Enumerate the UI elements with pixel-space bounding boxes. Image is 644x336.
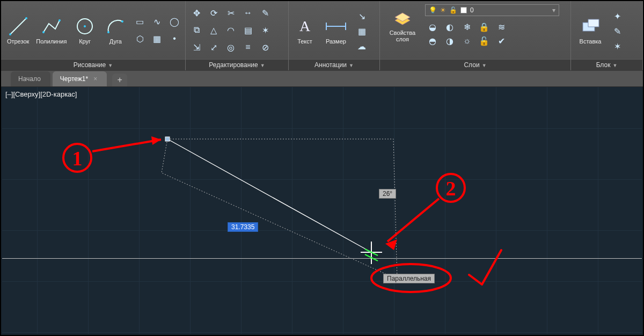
trim-icon[interactable]: ✂	[223, 5, 238, 20]
tab-drawing[interactable]: Чертеж1* ×	[53, 71, 107, 86]
tool-line[interactable]: Отрезок	[4, 16, 32, 45]
layoff-icon[interactable]: ◒	[425, 19, 440, 34]
panel-block-title[interactable]: Блок▼	[571, 59, 642, 70]
polygon-icon[interactable]: ⬡	[133, 31, 148, 46]
drawing-canvas[interactable]: [–][Сверху][2D-каркас] 31.7335 26° Парал…	[2, 87, 642, 334]
tool-arc[interactable]: Дуга	[102, 16, 129, 45]
panel-edit-title[interactable]: Редактирование▼	[186, 59, 288, 70]
layunlock-icon[interactable]: 🔓	[477, 33, 492, 48]
array-icon[interactable]: ▤	[240, 23, 255, 38]
panel-layers-title[interactable]: Слои▼	[380, 59, 570, 70]
tool-arc-label: Дуга	[109, 38, 122, 45]
tool-insert-label: Вставка	[580, 38, 602, 45]
layuniso-icon[interactable]: ◑	[442, 33, 457, 48]
rect-icon[interactable]: ▭	[133, 14, 148, 29]
tab-home[interactable]: Начало	[11, 71, 50, 86]
chevron-down-icon: ▾	[552, 6, 555, 14]
copy-icon[interactable]: ⧉	[189, 23, 204, 38]
ellipse-icon[interactable]: ◯	[167, 14, 182, 29]
break-icon[interactable]: ⊘	[258, 40, 273, 55]
create-block-icon[interactable]: ✦	[610, 9, 625, 24]
table-icon[interactable]: ▦	[354, 24, 369, 39]
mirror-icon[interactable]: △	[206, 23, 221, 38]
panel-block: Вставка ✦ ✎ ✶ Блок▼	[571, 1, 643, 70]
layer-selector[interactable]: 💡 ☀ 🔓 0 ▾	[425, 4, 559, 16]
tool-dim[interactable]: Размер	[321, 16, 351, 45]
spline-icon[interactable]: ∿	[150, 14, 165, 29]
arc-icon	[105, 16, 126, 37]
tool-polyline[interactable]: Полилиния	[35, 16, 68, 45]
panel-layers: Свойства слоя 💡 ☀ 🔓 0 ▾ ◒ ◐ ❄	[380, 1, 571, 70]
edit-grid: ✥ ⟳ ✂ ↔ ✎ ⧉ △ ◠ ▤ ✶ ⇲ ⤢ ◎ ≡ ⊘	[189, 5, 273, 55]
rotate-icon[interactable]: ⟳	[206, 5, 221, 20]
attr-icon[interactable]: ✶	[610, 39, 625, 54]
anno-small: ↘ ▦ ☁	[354, 9, 369, 52]
layer-props-label: Свойства слоя	[390, 30, 415, 42]
angle-display: 26°	[379, 189, 396, 199]
scale-icon[interactable]: ⤢	[206, 40, 221, 55]
cloud-icon[interactable]: ☁	[354, 39, 369, 54]
svg-line-22	[92, 140, 161, 151]
laycur-icon[interactable]: ✔	[494, 33, 509, 48]
tool-line-label: Отрезок	[7, 38, 29, 45]
insert-icon	[580, 16, 601, 37]
layiso-icon[interactable]: ◐	[442, 19, 457, 34]
align-icon[interactable]: ≡	[240, 40, 255, 55]
point-icon[interactable]: •	[167, 31, 182, 46]
tool-insert[interactable]: Вставка	[574, 16, 606, 45]
layon-icon[interactable]: ◓	[425, 33, 440, 48]
laylock-icon[interactable]: 🔒	[477, 19, 492, 34]
move-icon[interactable]: ✥	[189, 5, 204, 20]
leader-icon[interactable]: ↘	[354, 9, 369, 24]
laythw-icon[interactable]: ☼	[459, 33, 474, 48]
viewport-label[interactable]: [–][Сверху][2D-каркас]	[5, 90, 77, 98]
new-tab-button[interactable]: +	[112, 74, 127, 86]
svg-text:1: 1	[72, 147, 83, 170]
line-icon	[8, 16, 29, 37]
layer-tools: ◒ ◐ ❄ 🔒 ≋ ◓ ◑ ☼ 🔓 ✔	[425, 19, 559, 45]
close-icon[interactable]: ×	[93, 75, 97, 83]
panel-draw: Отрезок Полилиния Круг Дуга	[1, 1, 186, 70]
stretch-icon[interactable]: ⇲	[189, 40, 204, 55]
laymatch-icon[interactable]: ≋	[494, 19, 509, 34]
bulb-icon: 💡	[429, 6, 437, 14]
layer-props-icon	[392, 7, 413, 28]
document-tabs: Начало Чертеж1* × +	[1, 71, 643, 87]
panel-block-title-text: Блок	[596, 61, 611, 69]
svg-line-18	[365, 249, 378, 255]
panel-draw-title[interactable]: Рисование▼	[1, 59, 185, 70]
layfrz-icon[interactable]: ❄	[459, 19, 474, 34]
offset-icon[interactable]: ◎	[223, 40, 238, 55]
extend-icon[interactable]: ↔	[240, 5, 255, 20]
tab-drawing-label: Чертеж1*	[60, 75, 88, 83]
snap-tooltip: Параллельная	[383, 274, 435, 283]
edit-block-icon[interactable]: ✎	[610, 24, 625, 39]
panel-draw-title-text: Рисование	[74, 61, 106, 69]
tool-text[interactable]: A Текст	[292, 16, 318, 45]
erase-icon[interactable]: ✎	[258, 5, 273, 20]
panel-anno-title[interactable]: Аннотации▼	[289, 59, 379, 70]
svg-point-20	[63, 144, 91, 172]
ribbon: Отрезок Полилиния Круг Дуга	[1, 1, 643, 71]
svg-text:2: 2	[446, 177, 456, 200]
svg-point-8	[121, 20, 123, 23]
explode-icon[interactable]: ✶	[258, 23, 273, 38]
distance-value: 31.7335	[231, 223, 254, 231]
geometry-overlay	[2, 87, 642, 334]
block-small: ✦ ✎ ✶	[610, 9, 625, 52]
svg-point-6	[84, 25, 86, 27]
tab-home-label: Начало	[18, 75, 41, 83]
tool-dim-label: Размер	[326, 38, 346, 45]
distance-input[interactable]: 31.7335	[228, 222, 258, 232]
panel-anno-title-text: Аннотации	[314, 61, 347, 69]
layer-props[interactable]: Свойства слоя	[385, 7, 420, 42]
grid	[2, 87, 642, 334]
fillet-icon[interactable]: ◠	[223, 23, 238, 38]
dim-icon	[325, 16, 347, 37]
hatch-icon[interactable]: ▦	[150, 31, 165, 46]
svg-line-0	[10, 18, 26, 34]
layer-name: 0	[470, 6, 474, 14]
svg-point-1	[9, 33, 11, 35]
tool-circle[interactable]: Круг	[71, 16, 98, 45]
angle-value: 26°	[383, 190, 392, 198]
